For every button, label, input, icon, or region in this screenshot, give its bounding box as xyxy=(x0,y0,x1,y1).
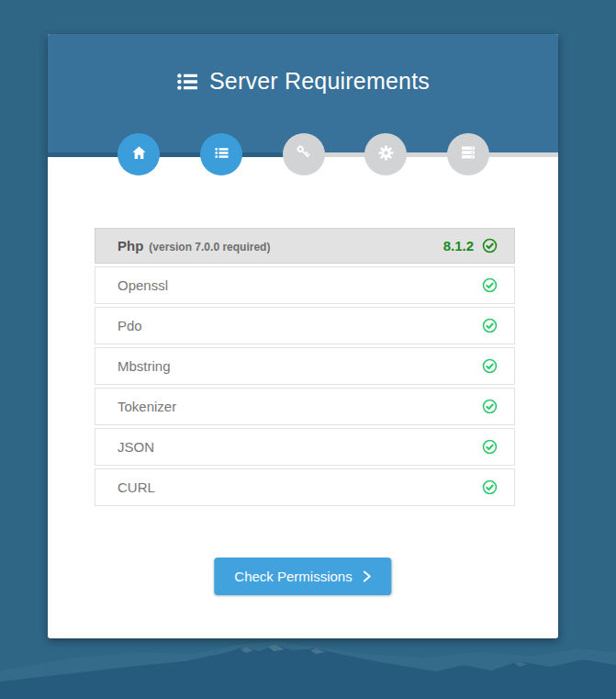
list-ul-icon xyxy=(176,71,198,93)
requirement-row: CURL xyxy=(95,468,515,506)
step-settings[interactable] xyxy=(364,133,407,175)
gear-icon xyxy=(377,144,395,165)
list-icon xyxy=(213,144,230,165)
requirement-row: Tokenizer xyxy=(95,388,515,425)
card-title-row: Server Requirements xyxy=(48,68,558,95)
installer-card: Server Requirements xyxy=(48,34,558,638)
check-circle-icon xyxy=(482,399,498,414)
check-permissions-button[interactable]: Check Permissions xyxy=(214,558,391,595)
requirement-row: Openssl xyxy=(95,266,515,304)
requirements-rows: Openssl Pdo xyxy=(95,266,515,506)
requirement-version-note: (version 7.0.0 required) xyxy=(149,241,270,254)
requirement-row: JSON xyxy=(95,428,515,466)
requirement-label: Php xyxy=(118,238,143,254)
page-title: Server Requirements xyxy=(209,68,430,95)
requirement-label: Tokenizer xyxy=(118,399,176,414)
check-circle-icon xyxy=(482,358,498,374)
requirement-label: Openssl xyxy=(118,277,168,293)
requirements-table: Php (version 7.0.0 required) 8.1.2 xyxy=(95,228,515,509)
check-circle-icon xyxy=(482,318,498,333)
check-circle-icon xyxy=(482,479,498,495)
requirement-status: 8.1.2 xyxy=(443,238,498,254)
check-circle-icon xyxy=(482,238,498,254)
requirement-label: CURL xyxy=(118,479,155,495)
requirement-row: Mbstring xyxy=(95,347,515,385)
requirement-label: JSON xyxy=(118,439,154,455)
check-permissions-label: Check Permissions xyxy=(234,569,352,584)
step-indicators xyxy=(48,133,558,175)
key-icon xyxy=(295,143,313,165)
php-version-value: 8.1.2 xyxy=(443,238,474,254)
requirement-label: Mbstring xyxy=(118,358,171,374)
step-requirements[interactable] xyxy=(200,133,242,175)
requirement-php: Php (version 7.0.0 required) xyxy=(118,238,270,254)
step-database[interactable] xyxy=(447,133,489,175)
server-icon xyxy=(459,143,477,165)
check-circle-icon xyxy=(482,277,498,293)
step-home[interactable] xyxy=(118,133,160,175)
card-body: Php (version 7.0.0 required) 8.1.2 xyxy=(48,157,558,638)
page-background: Server Requirements xyxy=(0,0,616,699)
home-icon xyxy=(130,144,148,165)
check-circle-icon xyxy=(482,439,498,455)
requirements-header-row: Php (version 7.0.0 required) 8.1.2 xyxy=(95,228,515,264)
requirement-label: Pdo xyxy=(118,318,142,333)
step-permissions[interactable] xyxy=(283,133,325,175)
chevron-right-icon xyxy=(364,570,372,582)
requirement-row: Pdo xyxy=(95,307,515,344)
